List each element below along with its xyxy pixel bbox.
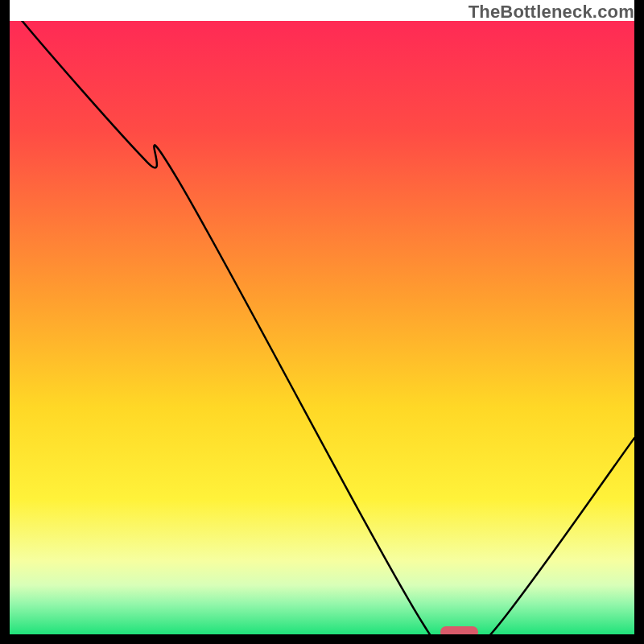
bottleneck-curve — [10, 21, 634, 634]
optimum-marker — [440, 626, 478, 634]
plot-area — [10, 21, 634, 634]
